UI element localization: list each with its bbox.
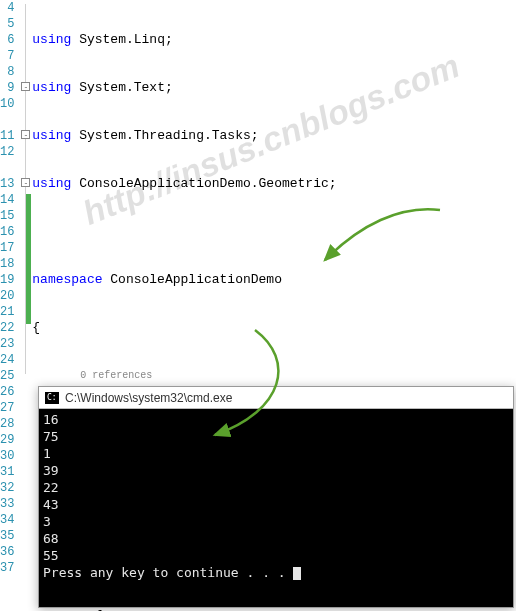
line-number: 35: [0, 528, 14, 544]
line-number: 33: [0, 496, 14, 512]
line-number: 11: [0, 128, 14, 144]
codelens-refs[interactable]: 0 references: [80, 370, 152, 381]
line-number: 25: [0, 368, 14, 384]
line-number: 6: [0, 32, 14, 48]
namespace-ref: ConsoleApplicationDemo.Geometric;: [79, 176, 336, 191]
line-number: 23: [0, 336, 14, 352]
console-body: 16 75 1 39 22 43 3 68 55 Press any key t…: [39, 409, 513, 583]
line-number: 18: [0, 256, 14, 272]
cmd-icon: C:: [45, 392, 59, 404]
console-title-text: C:\Windows\system32\cmd.exe: [65, 391, 232, 405]
line-number: 14: [0, 192, 14, 208]
line-number: 17: [0, 240, 14, 256]
namespace-ref: System.Linq;: [79, 32, 173, 47]
line-number: 34: [0, 512, 14, 528]
line-number: 7: [0, 48, 14, 64]
line-number: 9: [0, 80, 14, 96]
line-number: 28: [0, 416, 14, 432]
line-number: 8: [0, 64, 14, 80]
brace: {: [32, 320, 40, 335]
code-editor[interactable]: 4567891011121314151617181920212223242526…: [0, 0, 516, 382]
namespace-ref: System.Threading.Tasks;: [79, 128, 258, 143]
line-number: 10: [0, 96, 14, 112]
keyword: using: [32, 32, 71, 47]
line-number: 26: [0, 384, 14, 400]
line-number: 31: [0, 464, 14, 480]
line-number: 16: [0, 224, 14, 240]
line-number: 13: [0, 176, 14, 192]
console-window[interactable]: C: C:\Windows\system32\cmd.exe 16 75 1 3…: [38, 386, 514, 608]
line-number: [0, 160, 14, 176]
line-number: 5: [0, 16, 14, 32]
line-number: 29: [0, 432, 14, 448]
console-titlebar[interactable]: C: C:\Windows\system32\cmd.exe: [39, 387, 513, 409]
line-number: [0, 112, 14, 128]
code-area[interactable]: using System.Linq; using System.Text; us…: [28, 0, 516, 382]
namespace-ref: System.Text;: [79, 80, 173, 95]
line-number: 15: [0, 208, 14, 224]
keyword: using: [32, 128, 71, 143]
line-number: 19: [0, 272, 14, 288]
line-number: 30: [0, 448, 14, 464]
line-number: 27: [0, 400, 14, 416]
line-number: 12: [0, 144, 14, 160]
line-number: 37: [0, 560, 14, 576]
line-number: 36: [0, 544, 14, 560]
keyword: using: [32, 176, 71, 191]
line-number-gutter: 4567891011121314151617181920212223242526…: [0, 0, 20, 382]
keyword: using: [32, 80, 71, 95]
line-number: 20: [0, 288, 14, 304]
line-number: 4: [0, 0, 14, 16]
line-number: 21: [0, 304, 14, 320]
keyword: namespace: [32, 272, 102, 287]
line-number: 24: [0, 352, 14, 368]
namespace-name: ConsoleApplicationDemo: [103, 272, 282, 287]
line-number: 32: [0, 480, 14, 496]
line-number: 22: [0, 320, 14, 336]
console-cursor: [293, 567, 301, 580]
